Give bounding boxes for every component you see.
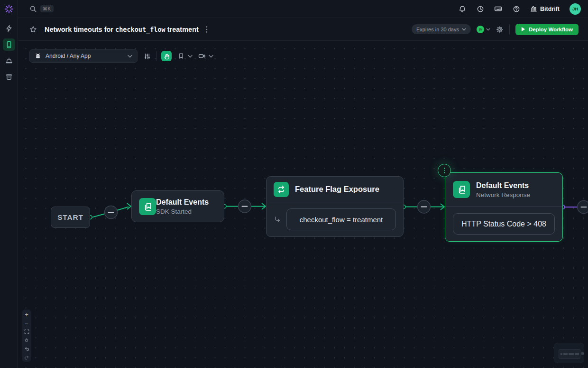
app-root: ⌘K Bitdrift	[0, 0, 588, 368]
pan-hand-tool-button[interactable]	[161, 51, 172, 61]
toolbar-divider	[156, 51, 157, 61]
keyboard-icon[interactable]	[494, 5, 502, 13]
lock-interactivity-button[interactable]	[22, 336, 31, 344]
brand-name: Bitdrift	[540, 6, 560, 12]
node-default-events-network-response[interactable]: Default Events Network Response HTTP Sta…	[445, 172, 563, 242]
zoom-in-button[interactable]: +	[22, 310, 31, 319]
recording-tool	[197, 51, 213, 61]
node-subtitle: Network Response	[476, 191, 530, 198]
edge-remove-button[interactable]	[239, 200, 251, 213]
bookmark-icon[interactable]	[176, 51, 186, 61]
chevron-down-icon	[462, 28, 466, 31]
node-body: HTTP Status Code > 408	[445, 207, 562, 241]
node-body: checkout_flow = treatment	[266, 202, 403, 236]
notifications-bell-icon[interactable]	[458, 5, 466, 13]
fit-view-icon	[24, 329, 29, 334]
android-icon	[35, 53, 41, 59]
workflow-canvas[interactable]: Android / Any App	[18, 41, 588, 368]
video-camera-icon[interactable]	[197, 51, 207, 61]
history-clock-icon[interactable]	[476, 5, 484, 13]
edge-remove-button[interactable]	[418, 200, 431, 213]
node-header: Feature Flag Exposure	[266, 177, 403, 202]
chevron-down-icon[interactable]	[188, 55, 193, 58]
user-avatar[interactable]: JH	[570, 3, 581, 15]
hand-icon	[164, 53, 170, 59]
minimap-viewport	[559, 349, 580, 359]
play-icon	[521, 27, 525, 32]
platform-select[interactable]: Android / Any App	[29, 49, 138, 63]
edge-arrowhead	[128, 204, 131, 209]
edge-remove-button[interactable]	[105, 206, 118, 219]
expires-dropdown[interactable]: Expires in 30 days	[412, 24, 471, 34]
minimap-node	[581, 352, 584, 355]
global-search[interactable]: ⌘K	[29, 5, 54, 13]
workflow-title-prefix: Network timeouts for	[45, 26, 115, 33]
node-title: Default Events	[156, 198, 209, 207]
sidebar-item-flash[interactable]	[3, 22, 15, 35]
start-node[interactable]: START	[51, 207, 90, 228]
org-switcher[interactable]: Bitdrift	[530, 5, 560, 12]
node-title: Feature Flag Exposure	[295, 184, 379, 194]
sidebar-item-mobile[interactable]	[3, 38, 15, 51]
collaborator-avatar: ja	[477, 26, 484, 33]
zoom-out-button[interactable]: −	[22, 319, 31, 327]
expires-label: Expires in 30 days	[416, 27, 459, 32]
sidebar	[0, 0, 18, 368]
lock-icon	[24, 338, 29, 342]
repeat-arrows-icon	[274, 182, 289, 197]
topbar: ⌘K Bitdrift	[18, 0, 588, 18]
search-icon	[29, 5, 37, 13]
node-feature-flag-exposure[interactable]: Feature Flag Exposure checkout_flow = tr…	[266, 176, 404, 237]
fit-view-button[interactable]	[22, 327, 31, 336]
node-subtitle: SDK Started	[156, 208, 209, 215]
main-column: ⌘K Bitdrift	[18, 0, 588, 368]
workflow-title-suffix: treatment	[165, 26, 199, 33]
condition-pill[interactable]: HTTP Status Code > 408	[453, 213, 555, 235]
chevron-down-icon	[128, 55, 132, 58]
collaborator-dropdown[interactable]: ja	[477, 26, 490, 33]
minimap-node	[560, 353, 562, 355]
edge-remove-button[interactable]	[578, 201, 588, 214]
minimap-node	[575, 353, 579, 355]
condition-pill[interactable]: checkout_flow = treatment	[286, 208, 396, 230]
canvas-toolbar: Android / Any App	[29, 49, 213, 63]
chevron-down-icon	[486, 28, 490, 31]
help-icon[interactable]	[512, 5, 520, 13]
title-kebab-menu-icon[interactable]	[206, 26, 208, 33]
journal-bookmark-icon	[453, 181, 470, 198]
bitdrift-logo-icon	[3, 3, 15, 15]
deploy-workflow-label: Deploy Workflow	[529, 27, 573, 32]
workflow-settings-gear-icon[interactable]	[496, 26, 504, 33]
kebab-icon	[444, 168, 445, 173]
journal-bookmark-icon	[139, 198, 156, 215]
flash-icon	[5, 25, 13, 32]
sidebar-item-archive[interactable]	[3, 71, 15, 83]
deploy-workflow-button[interactable]: Deploy Workflow	[515, 24, 579, 35]
redo-icon	[24, 355, 29, 360]
workflow-title: Network timeouts for checkout_flow treat…	[45, 26, 199, 33]
node-default-events-sdk-started[interactable]: Default Events SDK Started	[131, 190, 224, 222]
workflow-titlebar: Network timeouts for checkout_flow treat…	[18, 18, 588, 41]
platform-select-value: Android / Any App	[46, 53, 91, 59]
sidebar-nav	[3, 22, 15, 83]
node-text: Default Events SDK Started	[156, 198, 209, 215]
undo-button[interactable]	[22, 344, 31, 353]
titlebar-actions: Expires in 30 days ja	[412, 24, 579, 35]
chevron-down-icon[interactable]	[209, 55, 213, 58]
building-icon	[530, 5, 537, 12]
node-text: Default Events Network Response	[476, 181, 530, 198]
minimap[interactable]	[554, 343, 584, 363]
node-header: Default Events Network Response	[445, 173, 562, 207]
branch-arrow-icon	[274, 216, 282, 224]
titlebar-divider	[509, 24, 510, 35]
mobile-icon	[5, 41, 13, 48]
filters-sliders-icon[interactable]	[142, 51, 152, 61]
favorite-star-icon[interactable]	[29, 26, 37, 33]
sidebar-item-alert[interactable]	[3, 55, 15, 67]
node-kebab-menu-button[interactable]	[438, 164, 451, 177]
undo-icon	[24, 346, 29, 351]
search-shortcut-badge: ⌘K	[40, 5, 54, 12]
redo-button[interactable]	[22, 353, 31, 361]
minimap-node	[563, 353, 568, 355]
alert-icon	[5, 57, 13, 65]
